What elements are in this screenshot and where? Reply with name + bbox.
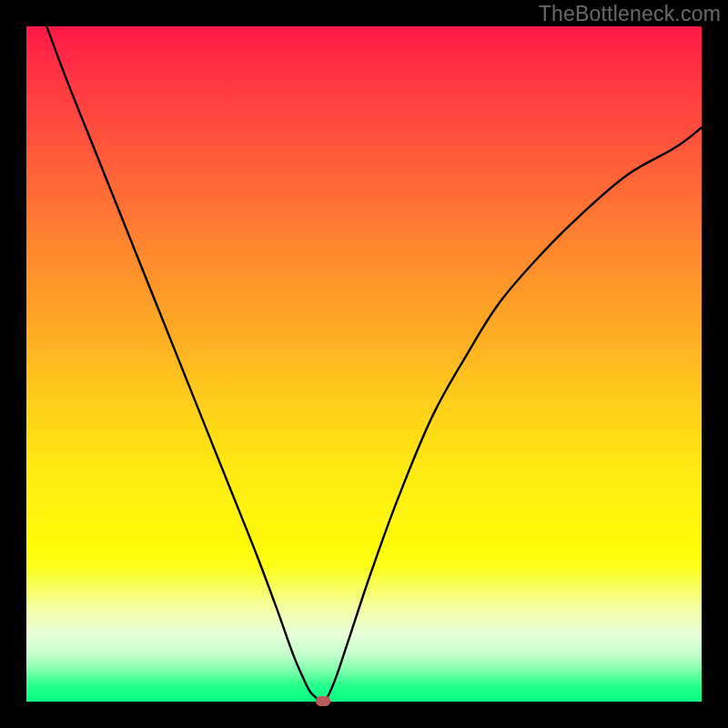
optimal-point-marker [316,696,330,706]
plot-area [26,26,702,702]
watermark-text: TheBottleneck.com [539,2,721,26]
bottleneck-curve [26,26,702,702]
chart-frame: TheBottleneck.com [0,0,728,728]
